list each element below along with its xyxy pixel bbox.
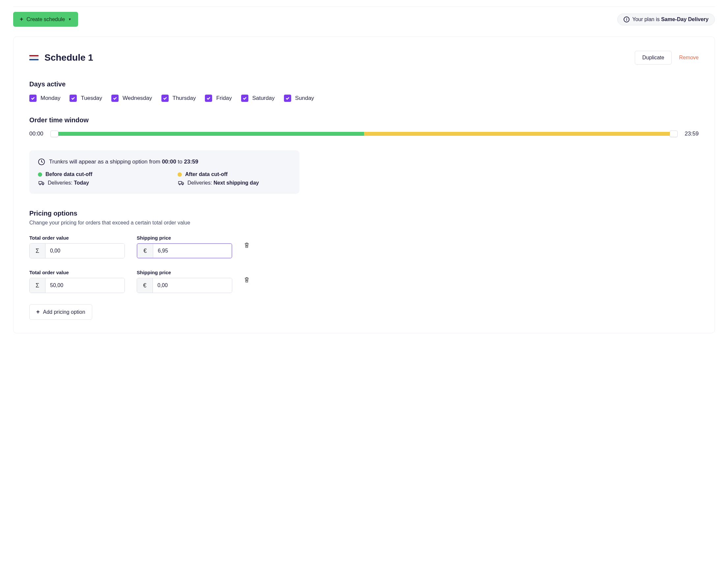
checkbox-checked-icon	[161, 95, 169, 102]
plan-name: Same-Day Delivery	[661, 16, 709, 22]
window-info-box: Trunkrs will appear as a shipping option…	[29, 150, 299, 194]
schedule-title: Schedule 1	[44, 52, 93, 63]
svg-point-3	[42, 184, 43, 185]
day-checkbox-monday[interactable]: Monday	[29, 95, 60, 102]
after-deliveries-value: Next shipping day	[213, 180, 259, 185]
deliveries-label: Deliveries:	[187, 180, 213, 185]
plus-icon: +	[36, 309, 40, 316]
svg-point-2	[40, 184, 41, 185]
total-order-value-input[interactable]	[45, 278, 125, 293]
plus-icon: +	[20, 16, 23, 23]
window-start-label: 00:00	[29, 130, 46, 137]
euro-icon: €	[137, 244, 153, 258]
window-end-label: 23:59	[682, 130, 699, 137]
day-label: Monday	[41, 95, 60, 101]
total-order-value-input[interactable]	[45, 243, 125, 258]
svg-rect-4	[179, 182, 182, 184]
chevron-down-icon: ▼	[68, 17, 71, 21]
day-checkbox-tuesday[interactable]: Tuesday	[70, 95, 102, 102]
sigma-icon: Σ	[30, 278, 45, 293]
checkbox-checked-icon	[205, 95, 212, 102]
day-label: Saturday	[252, 95, 275, 101]
checkbox-checked-icon	[241, 95, 248, 102]
schedule-card: Schedule 1 Duplicate Remove Days active …	[13, 37, 715, 333]
truck-icon	[39, 181, 44, 185]
day-checkbox-saturday[interactable]: Saturday	[241, 95, 275, 102]
trash-icon	[244, 242, 249, 248]
remove-button[interactable]: Remove	[679, 55, 699, 61]
shipping-price-input[interactable]	[153, 278, 232, 293]
day-label: Friday	[216, 95, 232, 101]
info-from: 00:00	[162, 158, 176, 165]
pricing-row: Total order valueΣShipping price€	[29, 269, 280, 293]
day-label: Sunday	[295, 95, 314, 101]
order-window-heading: Order time window	[29, 116, 699, 124]
day-checkbox-sunday[interactable]: Sunday	[284, 95, 314, 102]
duplicate-button[interactable]: Duplicate	[635, 51, 672, 65]
svg-rect-1	[39, 182, 42, 184]
day-checkbox-friday[interactable]: Friday	[205, 95, 232, 102]
checkbox-checked-icon	[284, 95, 291, 102]
yellow-dot-icon	[178, 172, 182, 177]
plan-prefix: Your plan is	[632, 16, 661, 22]
trash-icon	[244, 277, 249, 283]
add-pricing-label: Add pricing option	[43, 309, 85, 315]
slider-ticks	[50, 140, 678, 142]
truck-icon	[178, 181, 184, 185]
netherlands-flag-icon	[29, 55, 39, 60]
info-icon: i	[624, 16, 630, 22]
checkbox-checked-icon	[29, 95, 37, 102]
total-order-value-label: Total order value	[29, 235, 125, 240]
info-mid: to	[176, 158, 184, 165]
plan-badge: i Your plan is Same-Day Delivery	[617, 14, 715, 25]
euro-icon: €	[137, 278, 153, 293]
info-prefix: Trunkrs will appear as a shipping option…	[49, 158, 162, 165]
days-active-heading: Days active	[29, 80, 699, 88]
slider-before-cutoff-track	[54, 132, 364, 136]
deliveries-label: Deliveries:	[48, 180, 74, 185]
shipping-price-label: Shipping price	[137, 269, 232, 275]
slider-end-handle[interactable]	[670, 130, 678, 137]
pricing-subtext: Change your pricing for orders that exce…	[29, 220, 699, 226]
total-order-value-input-group: Σ	[29, 243, 125, 258]
pricing-heading: Pricing options	[29, 210, 699, 217]
day-label: Tuesday	[81, 95, 102, 101]
shipping-price-input-group: €	[137, 278, 232, 293]
before-cutoff-label: Before data cut-off	[45, 171, 92, 177]
svg-point-6	[182, 184, 183, 185]
shipping-price-label: Shipping price	[137, 235, 232, 240]
time-window-slider[interactable]	[50, 130, 678, 137]
pricing-row: Total order valueΣShipping price€	[29, 235, 280, 258]
day-label: Wednesday	[123, 95, 152, 101]
slider-after-cutoff-track	[364, 132, 674, 136]
checkbox-checked-icon	[111, 95, 119, 102]
day-checkbox-thursday[interactable]: Thursday	[161, 95, 196, 102]
checkbox-checked-icon	[70, 95, 77, 102]
green-dot-icon	[38, 172, 42, 177]
create-schedule-label: Create schedule	[27, 16, 65, 22]
delete-pricing-row-button[interactable]	[244, 277, 249, 286]
total-order-value-label: Total order value	[29, 269, 125, 275]
clock-icon	[38, 158, 45, 165]
add-pricing-option-button[interactable]: + Add pricing option	[29, 304, 92, 320]
days-row: MondayTuesdayWednesdayThursdayFridaySatu…	[29, 95, 699, 102]
info-to: 23:59	[184, 158, 198, 165]
create-schedule-button[interactable]: + Create schedule ▼	[13, 12, 78, 27]
delete-pricing-row-button[interactable]	[244, 242, 249, 251]
after-cutoff-label: After data cut-off	[185, 171, 228, 177]
before-deliveries-value: Today	[74, 180, 89, 185]
svg-point-5	[179, 184, 180, 185]
day-checkbox-wednesday[interactable]: Wednesday	[111, 95, 152, 102]
slider-start-handle[interactable]	[50, 130, 58, 137]
shipping-price-input[interactable]	[153, 244, 232, 258]
day-label: Thursday	[173, 95, 196, 101]
shipping-price-input-group: €	[137, 243, 232, 258]
sigma-icon: Σ	[30, 243, 45, 258]
total-order-value-input-group: Σ	[29, 278, 125, 293]
